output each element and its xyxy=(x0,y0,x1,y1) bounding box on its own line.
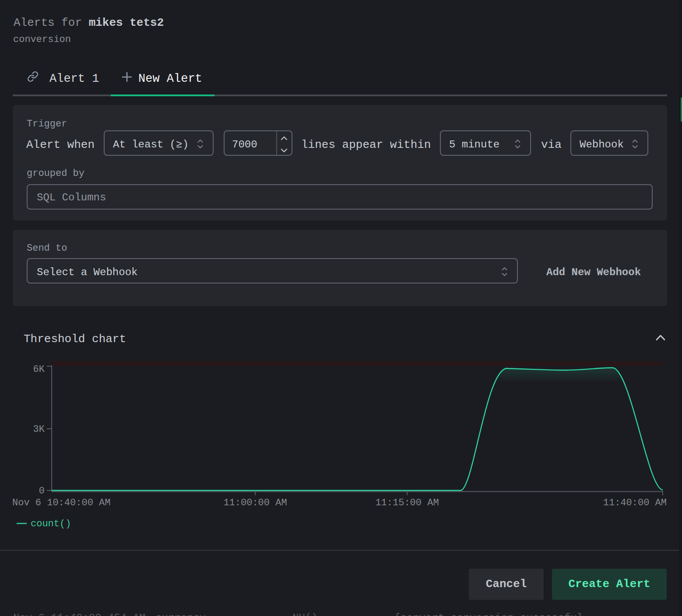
svg-text:6K: 6K xyxy=(33,364,45,375)
svg-text:11:15:00 AM: 11:15:00 AM xyxy=(375,497,439,508)
svg-text:11:00:00 AM: 11:00:00 AM xyxy=(223,497,287,508)
svg-text:11:40:00 AM: 11:40:00 AM xyxy=(603,497,667,508)
svg-text:3K: 3K xyxy=(33,424,45,435)
svg-text:Nov 6 10:40:00 AM: Nov 6 10:40:00 AM xyxy=(12,497,110,508)
svg-text:0: 0 xyxy=(39,486,45,497)
